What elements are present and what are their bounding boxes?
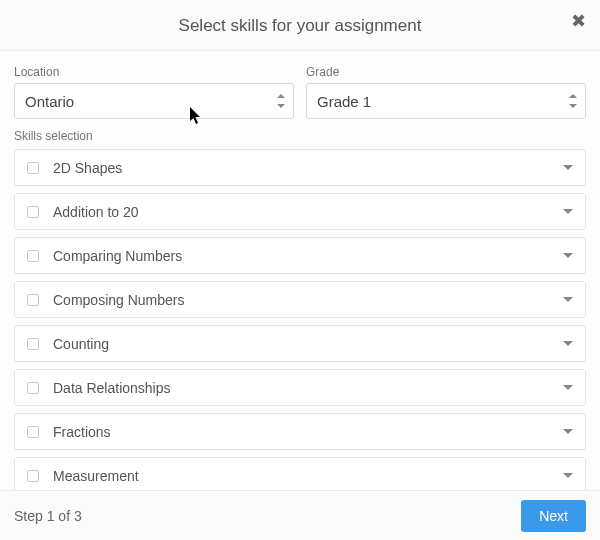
checkbox[interactable] xyxy=(27,250,39,262)
chevron-down-icon[interactable] xyxy=(563,341,573,346)
grade-label: Grade xyxy=(306,65,586,79)
location-value: Ontario xyxy=(25,93,74,110)
modal-body: Location Ontario Grade Grade 1 Skills se… xyxy=(0,51,600,490)
close-icon[interactable]: ✖ xyxy=(571,12,586,30)
chevron-down-icon[interactable] xyxy=(563,209,573,214)
next-button[interactable]: Next xyxy=(521,500,586,532)
skill-row[interactable]: Data Relationships xyxy=(14,369,586,406)
skill-label: Measurement xyxy=(53,468,563,484)
modal-header: Select skills for your assignment ✖ xyxy=(0,0,600,51)
chevron-down-icon[interactable] xyxy=(563,165,573,170)
skills-list[interactable]: 2D ShapesAddition to 20Comparing Numbers… xyxy=(14,149,586,490)
skill-label: Counting xyxy=(53,336,563,352)
checkbox[interactable] xyxy=(27,338,39,350)
location-field: Location Ontario xyxy=(14,65,294,119)
chevron-down-icon[interactable] xyxy=(563,385,573,390)
grade-value: Grade 1 xyxy=(317,93,371,110)
location-select[interactable]: Ontario xyxy=(14,83,294,119)
skill-label: Addition to 20 xyxy=(53,204,563,220)
skill-row[interactable]: Counting xyxy=(14,325,586,362)
skill-label: 2D Shapes xyxy=(53,160,563,176)
checkbox[interactable] xyxy=(27,162,39,174)
skill-label: Composing Numbers xyxy=(53,292,563,308)
chevron-down-icon[interactable] xyxy=(563,429,573,434)
checkbox[interactable] xyxy=(27,470,39,482)
chevron-down-icon[interactable] xyxy=(563,253,573,258)
grade-field: Grade Grade 1 xyxy=(306,65,586,119)
chevron-down-icon[interactable] xyxy=(563,473,573,478)
skill-row[interactable]: Fractions xyxy=(14,413,586,450)
skills-section-label: Skills selection xyxy=(14,129,586,143)
checkbox[interactable] xyxy=(27,294,39,306)
skill-row[interactable]: Composing Numbers xyxy=(14,281,586,318)
chevron-down-icon[interactable] xyxy=(563,297,573,302)
checkbox[interactable] xyxy=(27,206,39,218)
skill-row[interactable]: 2D Shapes xyxy=(14,149,586,186)
skill-row[interactable]: Addition to 20 xyxy=(14,193,586,230)
filters: Location Ontario Grade Grade 1 xyxy=(14,65,586,119)
select-sort-icon xyxy=(277,94,285,108)
checkbox[interactable] xyxy=(27,426,39,438)
modal: Select skills for your assignment ✖ Loca… xyxy=(0,0,600,540)
skill-label: Comparing Numbers xyxy=(53,248,563,264)
step-text: Step 1 of 3 xyxy=(14,508,82,524)
skill-label: Fractions xyxy=(53,424,563,440)
select-sort-icon xyxy=(569,94,577,108)
skill-row[interactable]: Measurement xyxy=(14,457,586,490)
skill-label: Data Relationships xyxy=(53,380,563,396)
checkbox[interactable] xyxy=(27,382,39,394)
modal-title: Select skills for your assignment xyxy=(0,16,600,36)
skill-row[interactable]: Comparing Numbers xyxy=(14,237,586,274)
location-label: Location xyxy=(14,65,294,79)
grade-select[interactable]: Grade 1 xyxy=(306,83,586,119)
modal-footer: Step 1 of 3 Next xyxy=(0,490,600,540)
